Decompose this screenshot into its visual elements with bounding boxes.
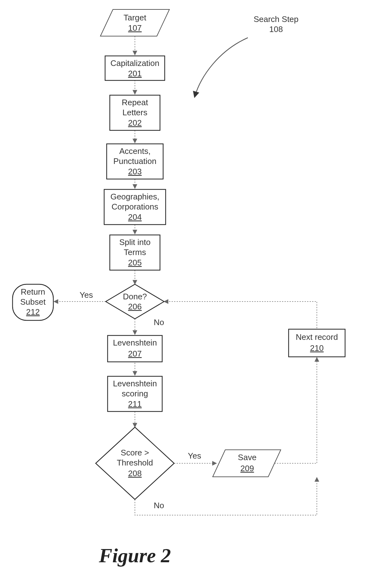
svg-text:107: 107: [128, 23, 141, 33]
svg-text:211: 211: [128, 399, 141, 409]
figure-caption: Figure 2: [99, 544, 171, 567]
svg-text:212: 212: [26, 307, 40, 317]
svg-text:Split into: Split into: [119, 237, 151, 247]
svg-text:Return: Return: [21, 287, 45, 297]
node-accents-punctuation: Accents, Punctuation 203: [107, 144, 163, 179]
svg-text:scoring: scoring: [122, 389, 148, 398]
flowchart-figure-2: Yes No Yes No Target 107 Capitalization …: [0, 0, 389, 588]
annotation-pointer: [194, 38, 248, 97]
svg-text:208: 208: [128, 469, 141, 478]
svg-text:Search Step: Search Step: [253, 14, 298, 24]
edge-next-to-done: [164, 302, 317, 328]
svg-text:Capitalization: Capitalization: [110, 58, 159, 68]
svg-text:201: 201: [128, 69, 141, 78]
node-target: Target 107: [100, 9, 169, 36]
svg-text:204: 204: [128, 212, 141, 222]
node-levenshtein: Levenshtein 207: [108, 335, 162, 362]
svg-text:Levenshtein: Levenshtein: [113, 338, 157, 347]
svg-text:Next record: Next record: [296, 332, 338, 342]
svg-text:Accents,: Accents,: [119, 146, 151, 156]
node-split-terms: Split into Terms 205: [110, 235, 160, 270]
edge-threshold-no-label: No: [154, 501, 164, 510]
node-capitalization: Capitalization 201: [105, 56, 165, 80]
edge-threshold-yes-label: Yes: [188, 451, 201, 460]
node-geographies-corporations: Geographies, Corporations 204: [104, 189, 166, 225]
svg-text:Geographies,: Geographies,: [110, 192, 159, 201]
svg-text:202: 202: [128, 118, 141, 128]
svg-text:108: 108: [269, 24, 283, 34]
svg-text:Terms: Terms: [124, 248, 146, 257]
edge-done-yes-label: Yes: [80, 290, 93, 300]
svg-text:Target: Target: [124, 13, 147, 22]
svg-text:209: 209: [240, 464, 254, 473]
svg-text:Subset: Subset: [20, 297, 46, 307]
node-done-decision: Done? 206: [106, 284, 164, 319]
svg-text:Repeat: Repeat: [122, 98, 148, 107]
svg-text:205: 205: [128, 258, 141, 267]
svg-text:Score >: Score >: [121, 448, 149, 457]
node-score-threshold-decision: Score > Threshold 208: [96, 427, 174, 499]
node-return-subset: Return Subset 212: [13, 284, 53, 320]
svg-text:203: 203: [128, 167, 141, 176]
annotation-search-step: Search Step 108: [253, 14, 298, 34]
node-save: Save 209: [213, 450, 281, 477]
svg-text:Letters: Letters: [122, 108, 147, 117]
edge-save-to-next: [274, 357, 317, 463]
svg-text:Corporations: Corporations: [112, 202, 158, 211]
svg-text:Levenshtein: Levenshtein: [113, 379, 157, 388]
svg-text:210: 210: [310, 343, 323, 353]
svg-text:206: 206: [128, 302, 141, 311]
node-next-record: Next record 210: [289, 329, 345, 357]
svg-text:Save: Save: [238, 453, 256, 462]
node-levenshtein-scoring: Levenshtein scoring 211: [108, 376, 162, 411]
edge-done-no-label: No: [154, 318, 164, 327]
svg-marker-22: [106, 284, 164, 319]
node-repeat-letters: Repeat Letters 202: [110, 95, 160, 130]
svg-text:Threshold: Threshold: [117, 458, 153, 467]
svg-text:207: 207: [128, 349, 141, 358]
svg-text:Punctuation: Punctuation: [113, 156, 156, 166]
svg-text:Done?: Done?: [123, 292, 147, 301]
